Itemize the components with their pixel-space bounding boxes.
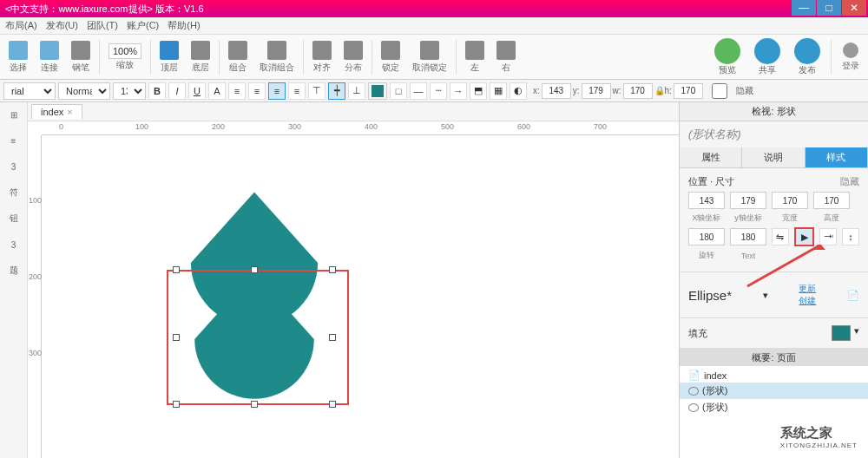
handle-se[interactable]	[329, 401, 336, 408]
lp-btn[interactable]: 钮	[3, 210, 24, 227]
h-input[interactable]	[674, 83, 703, 99]
valign-mid-button[interactable]: ┿	[328, 82, 345, 100]
fill-swatch[interactable]	[832, 325, 851, 341]
tab-properties[interactable]: 属性	[680, 147, 742, 167]
insp-x[interactable]	[688, 192, 725, 209]
login-button[interactable]: 登录	[837, 43, 865, 72]
tool-right[interactable]: 右	[491, 41, 521, 74]
tab-style[interactable]: 样式	[806, 147, 868, 167]
flip-v-button[interactable]: ▶	[794, 227, 815, 246]
page-tab-index[interactable]: index×	[31, 104, 82, 119]
align-center-button[interactable]: ≡	[268, 82, 286, 100]
handle-e[interactable]	[329, 334, 336, 341]
insp-rot[interactable]	[688, 228, 725, 245]
tool-distribute[interactable]: 分布	[339, 41, 368, 74]
valign-top-button[interactable]: ⊤	[308, 82, 326, 100]
hide-label[interactable]: 隐藏	[840, 175, 859, 188]
handle-ne[interactable]	[329, 266, 336, 273]
lp-menu[interactable]: ≡	[3, 132, 24, 149]
tool-ungroup[interactable]: 取消组合	[254, 41, 299, 74]
close-button[interactable]: ✕	[842, 0, 866, 16]
style-dropdown-icon[interactable]: ▾	[763, 290, 768, 301]
outline-shape-1[interactable]: (形状)	[680, 383, 868, 399]
underline-button[interactable]: U	[188, 82, 206, 100]
publish-button[interactable]: 发布	[789, 38, 825, 76]
menu-account[interactable]: 账户(C)	[127, 19, 159, 32]
tool-align[interactable]: 对齐	[307, 41, 337, 74]
tool-pen[interactable]: 钢笔	[66, 41, 95, 74]
handle-s[interactable]	[251, 401, 258, 408]
flip-h-button[interactable]: ⇋	[772, 228, 789, 245]
lp-3b[interactable]: 3	[3, 236, 24, 253]
tool-connect[interactable]: 连接	[35, 41, 64, 74]
text-color-button[interactable]: A	[208, 82, 226, 100]
insp-h[interactable]	[813, 192, 850, 209]
bold-button[interactable]: B	[148, 82, 166, 100]
handle-n[interactable]	[251, 266, 258, 273]
insp-txt[interactable]	[730, 228, 766, 245]
line-width-button[interactable]: —	[410, 82, 427, 100]
fill-color-button[interactable]	[368, 82, 387, 100]
create-link[interactable]: 创建	[799, 295, 816, 307]
page-tabs: index×	[28, 102, 679, 121]
hidden-checkbox[interactable]	[705, 83, 734, 99]
doc-icon[interactable]: 📄	[847, 290, 859, 301]
update-link[interactable]: 更新	[799, 283, 816, 295]
handle-nw[interactable]	[173, 266, 180, 273]
outline-page[interactable]: 📄 index	[680, 368, 868, 383]
tool-group[interactable]: 组合	[223, 41, 253, 74]
minimize-button[interactable]: —	[792, 0, 816, 16]
preview-button[interactable]: 预览	[709, 38, 746, 76]
align-h-button[interactable]: ↕	[842, 228, 859, 245]
border-button[interactable]: □	[390, 82, 407, 100]
close-tab-icon[interactable]: ×	[67, 107, 72, 117]
weight-select[interactable]: Normal	[58, 82, 110, 100]
bullet-button[interactable]: ≡	[228, 82, 246, 100]
insp-w[interactable]	[772, 192, 808, 209]
tool-front[interactable]: 顶层	[155, 41, 184, 74]
main-area: ⊞ ≡ 3 符 钮 3 题 index× 0 100 200 300 400 5…	[0, 102, 868, 458]
valign-bot-button[interactable]: ⊥	[348, 82, 365, 100]
arrow-button[interactable]: →	[450, 82, 467, 100]
tool-back[interactable]: 底层	[186, 41, 215, 74]
x-input[interactable]	[542, 83, 571, 99]
align-w-button[interactable]: ⭲	[819, 228, 837, 245]
italic-button[interactable]: I	[168, 82, 186, 100]
shadow-button[interactable]: ▦	[490, 82, 507, 100]
canvas-wrap: index× 0 100 200 300 400 500 600 700 100…	[28, 102, 679, 458]
fill-dropdown-icon[interactable]: ▾	[854, 325, 859, 341]
menu-publish[interactable]: 发布(U)	[46, 19, 78, 32]
font-select[interactable]: rial	[3, 82, 56, 100]
outline-shape-2[interactable]: (形状)	[680, 399, 868, 415]
handle-w[interactable]	[173, 334, 180, 341]
shape-name-field[interactable]: (形状名称)	[680, 121, 868, 147]
insp-y[interactable]	[730, 192, 766, 209]
lp-title[interactable]: 题	[3, 262, 24, 279]
share-button[interactable]: 共享	[749, 38, 786, 76]
menu-help[interactable]: 帮助(H)	[168, 19, 200, 32]
align-left-button[interactable]: ≡	[248, 82, 266, 100]
lp-add[interactable]: ⊞	[3, 106, 24, 123]
size-select[interactable]: 13	[113, 82, 146, 100]
y-input[interactable]	[582, 83, 611, 99]
canvas[interactable]	[42, 135, 679, 458]
tool-zoom[interactable]: 100%缩放	[103, 43, 147, 71]
opacity-button[interactable]: ◐	[510, 82, 527, 100]
corner-button[interactable]: ⬒	[470, 82, 487, 100]
menu-team[interactable]: 团队(T)	[87, 19, 118, 32]
lp-3[interactable]: 3	[3, 158, 24, 175]
menu-layout[interactable]: 布局(A)	[5, 19, 37, 32]
tool-left[interactable]: 左	[460, 41, 490, 74]
menu-bar: 布局(A) 发布(U) 团队(T) 账户(C) 帮助(H)	[0, 17, 868, 35]
style-name[interactable]: Ellipse*	[688, 288, 732, 303]
tab-notes[interactable]: 说明	[742, 147, 805, 167]
tool-lock[interactable]: 锁定	[376, 41, 405, 74]
tool-select[interactable]: 选择	[3, 41, 33, 74]
lp-char[interactable]: 符	[3, 184, 24, 201]
align-right-button[interactable]: ≡	[288, 82, 306, 100]
tool-unlock[interactable]: 取消锁定	[407, 41, 452, 74]
handle-sw[interactable]	[173, 401, 180, 408]
line-style-button[interactable]: ┄	[430, 82, 447, 100]
w-input[interactable]	[623, 83, 653, 99]
maximize-button[interactable]: □	[817, 0, 841, 16]
